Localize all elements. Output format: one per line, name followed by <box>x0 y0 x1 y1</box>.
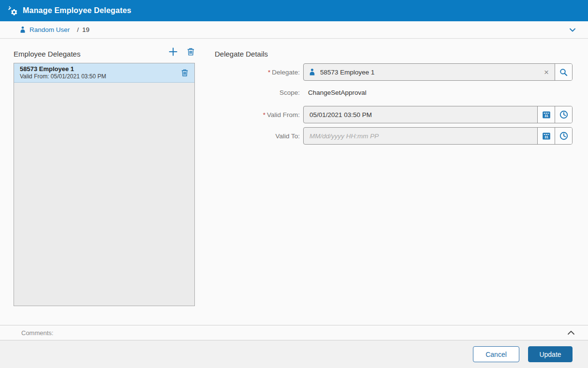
delegate-label: *Delegate: <box>215 69 300 76</box>
gear-wrench-icon <box>8 6 18 16</box>
cancel-button[interactable]: Cancel <box>473 346 519 362</box>
valid-from-field-row: *Valid From: 31 <box>215 106 573 123</box>
scope-value: ChangeSetApproval <box>303 89 367 96</box>
scope-label: Scope: <box>215 89 300 96</box>
manage-employee-delegates-window: Manage Employee Delegates Random User / … <box>0 0 588 368</box>
page-title: Manage Employee Delegates <box>23 6 132 15</box>
valid-to-picker: 31 <box>303 127 573 145</box>
comments-section: Comments: <box>0 325 588 340</box>
breadcrumb-user-link[interactable]: Random User <box>29 26 70 33</box>
delegate-search-button[interactable] <box>555 64 572 80</box>
breadcrumb: Random User / 19 <box>0 21 588 39</box>
person-icon <box>19 26 26 33</box>
valid-from-picker: 31 <box>303 106 573 123</box>
delegate-item-text: 58573 Employee 1 Valid From: 05/01/2021 … <box>20 65 106 80</box>
title-bar: Manage Employee Delegates <box>0 0 588 21</box>
breadcrumb-record-id: 19 <box>82 26 89 33</box>
valid-from-calendar-button[interactable]: 31 <box>537 106 555 123</box>
item-delete-button[interactable] <box>181 69 189 77</box>
person-icon <box>309 68 316 76</box>
svg-text:31: 31 <box>544 114 548 118</box>
update-button[interactable]: Update <box>528 346 573 362</box>
valid-to-calendar-button[interactable]: 31 <box>537 128 555 144</box>
delegates-list: 58573 Employee 1 Valid From: 05/01/2021 … <box>14 63 195 306</box>
comments-label: Comments: <box>21 329 53 337</box>
delegate-item-name: 58573 Employee 1 <box>20 65 106 73</box>
required-marker: * <box>263 111 265 118</box>
chevron-down-icon[interactable] <box>568 25 577 35</box>
delegate-details-heading: Delegate Details <box>215 50 268 58</box>
delegate-list-item-selected[interactable]: 58573 Employee 1 Valid From: 05/01/2021 … <box>14 63 194 83</box>
delete-delegate-button[interactable] <box>187 47 195 56</box>
clear-delegate-button[interactable]: × <box>543 68 550 76</box>
valid-to-input[interactable] <box>304 128 537 144</box>
delegate-picker: 58573 Employee 1 × <box>303 63 573 81</box>
add-delegate-button[interactable] <box>168 46 178 57</box>
valid-to-field-row: Valid To: 31 <box>215 127 573 145</box>
delegate-field-row: *Delegate: 58573 Employee 1 × <box>215 63 573 81</box>
valid-to-clock-button[interactable] <box>555 128 572 144</box>
valid-from-clock-button[interactable] <box>555 106 572 123</box>
required-marker: * <box>268 69 270 76</box>
chevron-up-icon[interactable] <box>566 329 576 337</box>
delegate-item-valid-from: Valid From: 05/01/2021 03:50 PM <box>20 73 106 80</box>
breadcrumb-separator: / <box>77 26 79 33</box>
svg-text:31: 31 <box>544 135 548 139</box>
delegates-toolbar <box>14 46 195 57</box>
valid-to-label: Valid To: <box>215 132 300 140</box>
main-content: Employee Delegates 58573 Employee 1 Vali… <box>0 39 588 325</box>
scope-field-row: Scope: ChangeSetApproval <box>215 89 367 96</box>
delegate-value: 58573 Employee 1 <box>320 69 375 76</box>
valid-from-label: *Valid From: <box>215 111 300 118</box>
footer-action-bar: Cancel Update <box>0 340 588 368</box>
delegate-value-area[interactable]: 58573 Employee 1 × <box>304 64 555 80</box>
valid-from-input[interactable] <box>304 106 537 123</box>
